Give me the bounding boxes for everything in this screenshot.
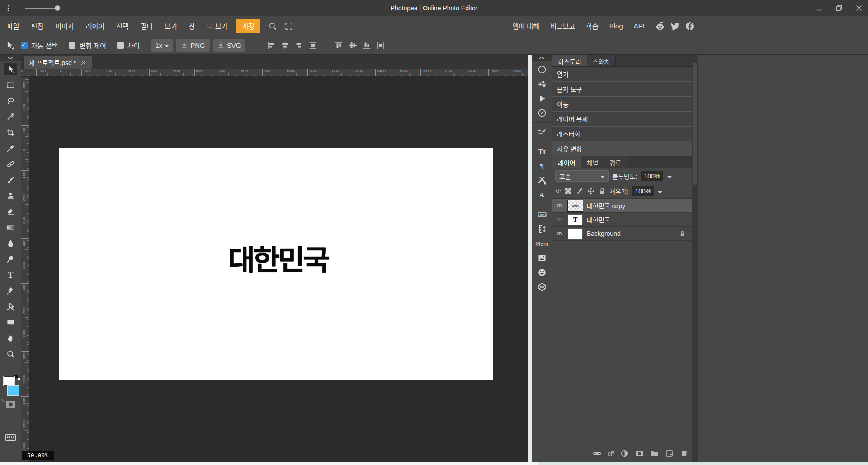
healing-brush-tool[interactable] [4, 158, 17, 170]
foreground-color-swatch[interactable] [3, 376, 15, 386]
tab-레이어[interactable]: 레이어 [552, 156, 581, 168]
background-color-swatch[interactable] [7, 385, 19, 396]
tab-채널[interactable]: 채널 [581, 156, 604, 168]
canvas-viewport[interactable]: 대한민국 [29, 77, 528, 462]
collapse-mid-handle[interactable]: <> [532, 55, 552, 61]
half-circle-icon[interactable] [620, 449, 629, 458]
history-item[interactable]: 래스터화 [552, 127, 692, 141]
menu-item[interactable]: 편집 [25, 19, 50, 33]
brush-small-icon[interactable] [576, 187, 584, 195]
memory-panel[interactable]: Mem [536, 238, 548, 249]
align-bottom-icon[interactable] [363, 41, 371, 50]
tab-경로[interactable]: 경로 [604, 156, 627, 168]
twitter-icon[interactable] [670, 21, 680, 31]
move-cross-icon[interactable] [587, 187, 595, 195]
lock-icon[interactable] [598, 187, 606, 195]
checkbox-checked[interactable] [21, 42, 28, 49]
reddit-icon[interactable] [655, 21, 665, 31]
account-button[interactable]: 계정 [236, 19, 260, 33]
collapse-left-handle[interactable]: >< [0, 55, 21, 61]
visibility-eye-icon[interactable] [555, 202, 564, 209]
move-tool[interactable] [4, 63, 17, 75]
menu-link[interactable]: 학습 [580, 19, 604, 33]
menu-item[interactable]: 더 보기 [201, 19, 234, 33]
layer-row[interactable]: Background [552, 227, 692, 241]
trash-icon[interactable] [680, 449, 689, 458]
rectangle-tool[interactable] [4, 316, 17, 329]
canvas-vertical-scrollbar[interactable] [528, 55, 532, 462]
brush-tool[interactable] [4, 174, 17, 186]
zoom-status[interactable]: 50.00% [22, 451, 54, 460]
minimize-icon[interactable] [816, 5, 823, 12]
layer-thumbnail[interactable] [568, 228, 583, 240]
mask-icon[interactable] [635, 449, 644, 458]
tool-presets-panel[interactable] [536, 175, 548, 187]
layer-row[interactable]: 대한민국대한민국 copy [552, 199, 692, 213]
default-colors-icon[interactable] [14, 375, 20, 381]
history-item[interactable]: 문자 도구 [552, 82, 692, 97]
distribute-v-icon[interactable] [377, 41, 385, 50]
crop-tool[interactable] [4, 126, 17, 139]
chain-icon[interactable] [593, 449, 601, 458]
adjustments-panel[interactable] [536, 78, 548, 90]
measure-panel[interactable] [536, 223, 548, 235]
menu-link[interactable]: Blog [604, 19, 628, 33]
panel-scrollbar[interactable] [692, 61, 698, 462]
menu-link[interactable]: API [628, 19, 650, 33]
fullscreen-icon[interactable] [285, 22, 293, 30]
visibility-eye-icon[interactable] [555, 216, 564, 223]
gradient-tool[interactable] [4, 221, 17, 234]
image-panel[interactable] [536, 252, 548, 264]
menu-item[interactable]: 레이어 [80, 19, 110, 33]
document-canvas[interactable]: 대한민국 [59, 148, 493, 380]
three-d-panel[interactable] [536, 281, 548, 293]
zoom-tool[interactable] [4, 348, 17, 360]
blur-tool[interactable] [4, 237, 17, 249]
export-svg-button[interactable]: SVG [213, 39, 246, 52]
align-left-icon[interactable] [267, 41, 275, 50]
layer-thumbnail[interactable]: T [568, 214, 583, 225]
history-item[interactable]: 이동 [552, 97, 692, 112]
paragraph-panel[interactable]: ¶ [536, 160, 548, 172]
tab-히스토리[interactable]: 히스토리 [552, 55, 587, 66]
eyedropper-tool[interactable] [4, 142, 17, 155]
tab-close-icon[interactable] [80, 60, 86, 66]
navigator-panel[interactable] [536, 107, 548, 119]
checkbox-unchecked[interactable] [69, 42, 75, 49]
new-layer-icon[interactable] [665, 449, 674, 458]
menu-link[interactable]: 앱에 대해 [507, 19, 545, 33]
opacity-value[interactable]: 100% [641, 171, 663, 181]
menu-link[interactable]: 버그보고 [545, 19, 580, 33]
checkerboard-icon[interactable] [564, 187, 572, 195]
visibility-eye-icon[interactable] [555, 230, 564, 237]
opacity-dropdown-icon[interactable] [667, 176, 672, 181]
quick-mask-icon[interactable] [4, 399, 18, 410]
history-item[interactable]: 자유 변형 [552, 141, 692, 156]
close-icon[interactable] [855, 5, 863, 12]
document-tab[interactable]: 새 프로젝트.psd * [24, 56, 92, 69]
menu-item[interactable]: 필터 [135, 19, 159, 33]
clone-stamp-tool[interactable] [4, 189, 17, 202]
emoji-panel[interactable] [536, 267, 548, 278]
folder-icon[interactable] [650, 449, 659, 458]
align-center-h-icon[interactable] [281, 41, 289, 50]
magic-wand-tool[interactable] [4, 110, 17, 123]
menu-item[interactable]: 선택 [110, 19, 135, 33]
dodge-tool[interactable] [4, 253, 17, 265]
align-top-icon[interactable] [335, 41, 343, 50]
hand-tool[interactable] [4, 332, 17, 344]
align-right-icon[interactable] [295, 41, 303, 50]
fill-value[interactable]: 100% [632, 186, 655, 196]
fill-dropdown-icon[interactable] [657, 191, 663, 196]
eraser-tool[interactable] [4, 205, 17, 218]
align-middle-icon[interactable] [349, 41, 357, 50]
history-brush-panel[interactable] [536, 127, 548, 138]
pen-tool[interactable] [4, 284, 17, 297]
facebook-icon[interactable] [685, 21, 695, 31]
zoom-preset-button[interactable]: 1x [151, 39, 173, 52]
menu-item[interactable]: 보기 [159, 19, 183, 33]
blend-mode-select[interactable]: 표준 [555, 170, 609, 182]
menu-item[interactable]: 파일 [1, 19, 25, 33]
history-item[interactable]: 열기 [552, 67, 692, 82]
character-panel[interactable]: Tt [536, 146, 548, 158]
